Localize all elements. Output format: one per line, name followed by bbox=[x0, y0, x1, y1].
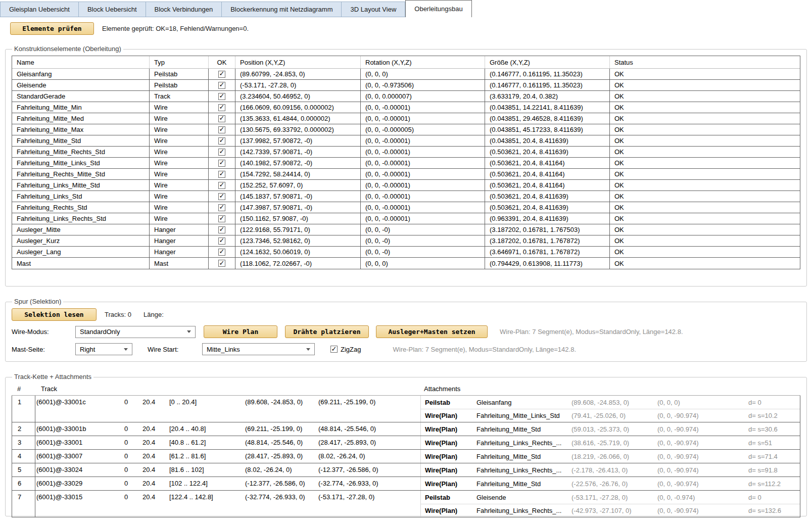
tab-gleisplan-uebersicht[interactable]: Gleisplan Uebersicht bbox=[0, 2, 79, 17]
elements-table-row[interactable]: Fahrleitung_Links_StdWire(145.1837, 57.9… bbox=[12, 191, 800, 202]
elements-table-row[interactable]: Fahrleitung_Links_Rechts_StdWire(150.116… bbox=[12, 213, 800, 224]
attachment-rotation: (0, 0, -90.974) bbox=[657, 480, 748, 488]
elements-table-row[interactable]: Fahrleitung_Mitte_StdWire(137.9982, 57.9… bbox=[12, 135, 800, 147]
ok-checkbox[interactable] bbox=[218, 104, 225, 111]
draehte-platzieren-button[interactable]: Drähte platzieren bbox=[285, 325, 369, 338]
elements-table-row[interactable]: Fahrleitung_Mitte_MedWire(135.3633, 61.4… bbox=[12, 113, 800, 124]
ok-checkbox[interactable] bbox=[218, 137, 225, 145]
attachment-row[interactable]: Wire(Plan)Fahrleitung_Mitte_Links_Std(79… bbox=[421, 409, 800, 422]
elements-table-row[interactable]: Fahrleitung_Rechts_StdWire(147.3987, 57.… bbox=[12, 202, 800, 213]
elements-table-row[interactable]: Fahrleitung_Mitte_MinWire(166.0609, 60.0… bbox=[12, 102, 800, 113]
attachment-row[interactable]: Wire(Plan)Fahrleitung_Links_Rechts_...(-… bbox=[421, 504, 800, 517]
cell-status: OK bbox=[610, 113, 800, 124]
track-row[interactable]: 3(6001)@-33001020.4[40.8 .. 61.2](48.814… bbox=[12, 436, 800, 450]
ok-checkbox[interactable] bbox=[218, 226, 225, 233]
ok-checkbox[interactable] bbox=[218, 193, 225, 200]
elements-table-row[interactable]: Ausleger_KurzHanger(123.7346, 52.98162, … bbox=[12, 235, 800, 247]
attachment-row[interactable]: Wire(Plan)Fahrleitung_Links_Rechts_...(3… bbox=[421, 436, 800, 449]
elements-table-row[interactable]: GleisanfangPeilstab(89.60799, -24.853, 0… bbox=[12, 69, 800, 80]
cell-track-offset: 0 bbox=[124, 452, 142, 463]
wire-start-select[interactable]: Mitte_Links bbox=[202, 343, 315, 355]
ok-checkbox[interactable] bbox=[218, 149, 225, 156]
attachment-row[interactable]: PeilstabGleisanfang(89.608, -24.853, 0)(… bbox=[421, 396, 800, 409]
elements-table-row[interactable]: Ausleger_MitteHanger(122.9168, 55.79171,… bbox=[12, 224, 800, 235]
track-row[interactable]: 2(6001)@-33001b020.4[20.4 .. 40.8](69.21… bbox=[12, 422, 800, 436]
column-header-name[interactable]: Name bbox=[12, 56, 150, 68]
column-header-num[interactable]: # bbox=[12, 385, 35, 393]
ok-checkbox[interactable] bbox=[218, 115, 225, 122]
cell-groesse: (3.187202, 0.16781, 1.767872) bbox=[485, 235, 610, 246]
track-row[interactable]: 6(6001)@-33029020.4[102 .. 122.4](-12.37… bbox=[12, 477, 800, 491]
ok-checkbox[interactable] bbox=[218, 237, 225, 245]
ok-checkbox[interactable] bbox=[218, 171, 225, 178]
attachment-row[interactable]: Wire(Plan)Fahrleitung_Links_Rechts_...(-… bbox=[421, 463, 800, 477]
column-header-ok[interactable]: OK bbox=[209, 56, 235, 68]
zigzag-checkbox[interactable] bbox=[330, 346, 338, 353]
ausleger-masten-setzen-button[interactable]: Ausleger+Masten setzen bbox=[376, 325, 488, 338]
column-header-position[interactable]: Position (X,Y,Z) bbox=[235, 56, 361, 68]
attachment-row[interactable]: PeilstabGleisende(-53.171, -27.28, 0)(0,… bbox=[421, 491, 800, 504]
track-row[interactable]: 7(6001)@-33015020.4[122.4 .. 142.8](-32.… bbox=[12, 491, 800, 517]
column-header-attachments[interactable]: Attachments bbox=[420, 385, 800, 393]
elements-table-row[interactable]: StandardGeradeTrack(3.234604, 50.46952, … bbox=[12, 91, 800, 102]
attachments-list: PeilstabGleisende(-53.171, -27.28, 0)(0,… bbox=[420, 491, 800, 517]
elements-table-row[interactable]: Fahrleitung_Mitte_MaxWire(130.5675, 69.3… bbox=[12, 124, 800, 135]
tab-oberleitungsbau[interactable]: Oberleitungsbau bbox=[405, 0, 471, 17]
column-header-status[interactable]: Status bbox=[610, 56, 800, 68]
ok-checkbox[interactable] bbox=[218, 93, 225, 100]
column-header-rotation[interactable]: Rotation (X,Y,Z) bbox=[361, 56, 485, 68]
track-row[interactable]: 4(6001)@-33007020.4[61.2 .. 81.6](28.417… bbox=[12, 450, 800, 463]
attachment-rotation: (0, 0, -90.974) bbox=[657, 439, 748, 447]
elements-table-row[interactable]: Fahrleitung_Rechts_Mitte_StdWire(154.729… bbox=[12, 169, 800, 180]
elemente-pruefen-button[interactable]: Elemente prüfen bbox=[10, 22, 94, 35]
cell-groesse: (0.043851, 20.4, 8.411639) bbox=[485, 135, 610, 146]
attachment-position: (-2.178, -26.413, 0) bbox=[571, 466, 657, 474]
ok-checkbox[interactable] bbox=[218, 182, 225, 189]
cell-row-number: 3 bbox=[12, 436, 35, 449]
ok-checkbox[interactable] bbox=[218, 249, 225, 256]
elements-table-row[interactable]: Fahrleitung_Links_Mitte_StdWire(152.252,… bbox=[12, 180, 800, 191]
track-row[interactable]: 5(6001)@-33024020.4[81.6 .. 102](8.02, -… bbox=[12, 463, 800, 477]
ok-checkbox[interactable] bbox=[218, 215, 225, 222]
attachment-row[interactable]: Wire(Plan)Fahrleitung_Mitte_Std(18.219, … bbox=[421, 450, 800, 463]
attachment-rotation: (0, 0, -90.974) bbox=[657, 507, 748, 514]
elements-table-row[interactable]: Fahrleitung_Mitte_Rechts_StdWire(142.733… bbox=[12, 147, 800, 158]
tab-block-uebersicht[interactable]: Block Uebersicht bbox=[79, 2, 146, 17]
ok-checkbox[interactable] bbox=[218, 71, 225, 78]
mast-seite-select[interactable]: Right bbox=[75, 343, 132, 355]
track-info: (6001)@-33029020.4[102 .. 122.4](-12.377… bbox=[35, 477, 420, 490]
attachment-row[interactable]: Wire(Plan)Fahrleitung_Mitte_Std(59.013, … bbox=[421, 422, 800, 436]
track-row[interactable]: 1(6001)@-33001c020.4[0 .. 20.4](89.608, … bbox=[12, 396, 800, 422]
wire-start-value: Mitte_Links bbox=[207, 346, 240, 353]
attachment-row[interactable]: Wire(Plan)Fahrleitung_Mitte_Std(-22.576,… bbox=[421, 477, 800, 490]
wire-plan-button[interactable]: Wire Plan bbox=[204, 325, 277, 338]
elements-table-row[interactable]: Fahrleitung_Mitte_Links_StdWire(140.1982… bbox=[12, 158, 800, 169]
tab-3d-layout-view[interactable]: 3D Layout View bbox=[342, 2, 405, 17]
tab-block-verbindungen[interactable]: Block Verbindungen bbox=[146, 2, 222, 17]
column-header-typ[interactable]: Typ bbox=[150, 56, 209, 68]
column-header-track[interactable]: Track bbox=[35, 385, 420, 393]
column-header-groesse[interactable]: Größe (X,Y,Z) bbox=[485, 56, 610, 68]
cell-name: Fahrleitung_Mitte_Med bbox=[12, 113, 150, 124]
ok-checkbox[interactable] bbox=[218, 260, 225, 267]
tab-blockerkennung-mit-netzdiagramm[interactable]: Blockerkennung mit Netzdiagramm bbox=[222, 2, 342, 17]
cell-groesse: (0.503621, 20.4, 8.411639) bbox=[485, 191, 610, 202]
cell-rotation: (0, 0, -0.00001) bbox=[361, 135, 485, 146]
cell-track-start: (89.608, -24.853, 0) bbox=[245, 398, 318, 422]
ok-checkbox[interactable] bbox=[218, 82, 225, 89]
wire-modus-select[interactable]: StandardOnly bbox=[75, 326, 196, 338]
ok-checkbox[interactable] bbox=[218, 126, 225, 133]
selektion-lesen-button[interactable]: Selektion lesen bbox=[12, 308, 97, 321]
elements-table-row[interactable]: MastMast(118.1062, 72.02667, -0)(0, 0, 0… bbox=[12, 258, 800, 269]
cell-position: (142.7339, 57.90871, -0) bbox=[235, 147, 361, 157]
attachments-list: Wire(Plan)Fahrleitung_Links_Rechts_...(3… bbox=[420, 436, 800, 449]
ok-checkbox[interactable] bbox=[218, 160, 225, 167]
attachment-type: Wire(Plan) bbox=[421, 480, 476, 488]
tab-bar: Gleisplan UebersichtBlock UebersichtBloc… bbox=[0, 0, 812, 17]
ok-checkbox[interactable] bbox=[218, 204, 225, 211]
elements-table-row[interactable]: GleisendePeilstab(-53.171, -27.28, 0)(0,… bbox=[12, 80, 800, 91]
track-info: (6001)@-33015020.4[122.4 .. 142.8](-32.7… bbox=[35, 491, 420, 517]
cell-track-id: (6001)@-33001b bbox=[35, 425, 124, 436]
chevron-down-icon bbox=[306, 348, 310, 351]
elements-table-row[interactable]: Ausleger_LangHanger(124.1632, 50.06019, … bbox=[12, 247, 800, 258]
